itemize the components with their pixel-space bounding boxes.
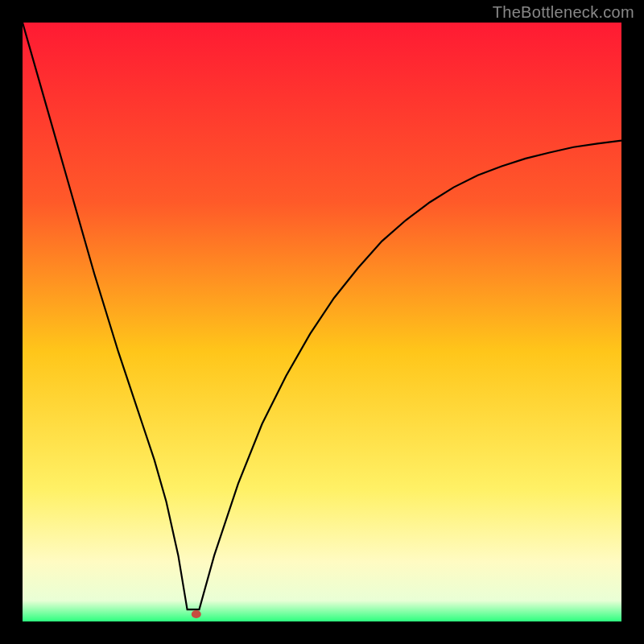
gradient-background [23,23,621,621]
optimum-marker [192,610,201,618]
chart-svg [23,23,621,621]
watermark-text: TheBottleneck.com [493,3,634,22]
chart-frame: TheBottleneck.com [0,0,644,644]
plot-area [23,23,621,621]
